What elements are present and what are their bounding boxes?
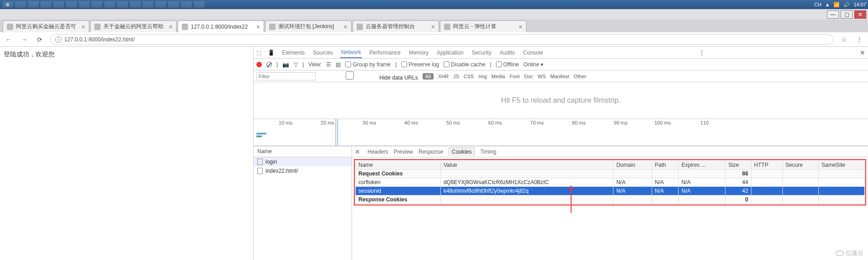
tab-console[interactable]: Console <box>522 48 544 58</box>
clear-button[interactable] <box>266 62 272 67</box>
reload-button[interactable]: ⟳ <box>35 35 45 45</box>
tab-elements[interactable]: Elements <box>281 48 306 58</box>
column-header[interactable]: Name <box>356 161 441 170</box>
table-row[interactable]: sessionidk48ohlmvf8o9ht0hfl2y0wjxnkr4j82… <box>356 187 865 195</box>
task-icon[interactable] <box>15 1 26 8</box>
minimize-button[interactable]: — <box>827 10 839 19</box>
task-icon[interactable] <box>129 1 141 8</box>
task-icon[interactable] <box>168 1 179 8</box>
browser-tab[interactable]: 云服务器管理控制台× <box>352 20 439 32</box>
browser-tab[interactable]: 127.0.0.1:8000/index22× <box>178 20 264 32</box>
group-by-frame-checkbox[interactable]: Group by frame <box>345 61 390 68</box>
column-header[interactable]: HTTP <box>751 161 782 170</box>
bookmark-button[interactable]: ☆ <box>839 35 849 45</box>
view-large-icon[interactable]: ☰ <box>326 61 331 68</box>
maximize-button[interactable]: ▢ <box>841 10 853 19</box>
back-button[interactable]: ← <box>4 35 14 45</box>
devtools-more-icon[interactable]: ⋮ <box>699 49 705 56</box>
tab-close-icon[interactable]: × <box>82 23 85 30</box>
tray-icon[interactable]: 🔊 <box>843 2 850 8</box>
tab-headers[interactable]: Headers <box>368 149 388 155</box>
tab-security[interactable]: Security <box>471 48 492 58</box>
tab-memory[interactable]: Memory <box>408 48 429 58</box>
column-header[interactable]: Size <box>725 161 751 170</box>
hide-data-urls-checkbox[interactable]: Hide data URLs <box>320 71 418 81</box>
tab-close-icon[interactable]: × <box>169 23 173 30</box>
tray-icon[interactable]: CH <box>814 2 822 7</box>
disable-cache-checkbox[interactable]: Disable cache <box>444 61 485 68</box>
task-icon[interactable] <box>53 1 65 8</box>
browser-tab[interactable]: 关于金融云的阿里云帮助× <box>90 20 177 32</box>
task-icon[interactable] <box>117 1 128 8</box>
column-header[interactable]: Secure <box>782 161 818 170</box>
filter-type[interactable]: CSS <box>464 74 474 79</box>
column-header[interactable]: Value <box>440 161 613 170</box>
browser-tab[interactable]: 测试环境打包 [Jenkins]× <box>265 20 352 32</box>
start-button[interactable]: ⊞ <box>2 1 14 8</box>
browser-tab[interactable]: 阿里云 - 弹性计算× <box>440 20 526 32</box>
tab-application[interactable]: Application <box>436 48 465 58</box>
filter-type[interactable]: Img <box>479 74 487 79</box>
filter-type[interactable]: Manifest <box>550 74 569 79</box>
column-header[interactable]: Domain <box>613 161 652 170</box>
tab-timing[interactable]: Timing <box>480 149 496 155</box>
task-icon[interactable] <box>180 1 192 8</box>
filter-type[interactable]: Font <box>510 74 520 79</box>
tab-network[interactable]: Network <box>340 47 362 58</box>
tab-audits[interactable]: Audits <box>499 48 516 58</box>
name-column-header[interactable]: Name <box>254 146 352 157</box>
column-header[interactable]: Expires ... <box>679 161 725 170</box>
task-icon[interactable] <box>104 1 116 8</box>
timeline[interactable]: 10 ms20 ms30 ms40 ms50 ms60 ms70 ms80 ms… <box>254 119 868 146</box>
tab-close-icon[interactable]: × <box>344 23 347 30</box>
site-info-icon[interactable]: i <box>55 36 61 43</box>
request-item[interactable]: index22.html/ <box>254 166 352 175</box>
system-tray[interactable]: CH ▲ 📶 🔊 14:07 <box>814 2 866 8</box>
filter-type[interactable]: Doc <box>524 74 533 79</box>
tab-response[interactable]: Response <box>419 149 443 155</box>
task-icon[interactable] <box>66 1 77 8</box>
tab-close-icon[interactable]: × <box>256 23 260 30</box>
offline-checkbox[interactable]: Offline <box>496 61 519 68</box>
request-item[interactable]: login <box>254 157 352 166</box>
device-icon[interactable]: 📱 <box>268 50 275 56</box>
task-icon[interactable] <box>40 1 52 8</box>
task-icon[interactable] <box>193 1 205 8</box>
forward-button[interactable]: → <box>19 35 29 45</box>
filter-type[interactable]: JS <box>453 74 459 79</box>
tab-performance[interactable]: Performance <box>368 48 402 58</box>
view-small-icon[interactable]: ▤ <box>336 61 341 68</box>
browser-tab[interactable]: 阿里云购买金融云是否可× <box>3 20 89 32</box>
close-detail-icon[interactable]: ✕ <box>355 148 360 155</box>
filter-all[interactable]: All <box>423 73 434 80</box>
filter-input[interactable] <box>256 72 316 80</box>
filter-type[interactable]: XHR <box>438 74 449 79</box>
throttle-select[interactable]: Online ▾ <box>523 61 543 68</box>
clock[interactable]: 14:07 <box>853 2 866 7</box>
tab-close-icon[interactable]: × <box>431 23 435 30</box>
task-icon[interactable] <box>27 1 39 8</box>
filter-type[interactable]: Other <box>574 74 587 79</box>
table-row[interactable]: csrftokendQ6EYXj9GWsaKCIcR6zMH1XcCzA0BzI… <box>356 178 865 187</box>
filter-type[interactable]: Media <box>491 74 505 79</box>
record-button[interactable] <box>256 62 262 67</box>
tab-preview[interactable]: Preview <box>393 149 413 155</box>
task-icon[interactable] <box>155 1 167 8</box>
tab-close-icon[interactable]: × <box>519 23 522 30</box>
preserve-log-checkbox[interactable]: Preserve log <box>401 61 439 68</box>
column-header[interactable]: SameSite <box>818 161 864 170</box>
devtools-close-icon[interactable]: ✕ <box>860 49 865 56</box>
url-input[interactable]: i 127.0.0.1:8000/index22.html/ <box>50 34 833 45</box>
screenshot-icon[interactable]: 📷 <box>282 61 289 68</box>
column-header[interactable]: Path <box>652 161 679 170</box>
tray-icon[interactable]: 📶 <box>833 2 840 8</box>
task-icon[interactable] <box>91 1 103 8</box>
tray-icon[interactable]: ▲ <box>825 2 830 7</box>
filter-type[interactable]: WS <box>538 74 546 79</box>
task-icon[interactable] <box>142 1 154 8</box>
menu-button[interactable]: ⋮ <box>854 35 864 45</box>
filter-icon[interactable]: ▽ <box>294 61 298 68</box>
inspect-icon[interactable]: ⬚ <box>256 50 261 56</box>
tab-sources[interactable]: Sources <box>312 48 334 58</box>
task-icon[interactable] <box>78 1 90 8</box>
